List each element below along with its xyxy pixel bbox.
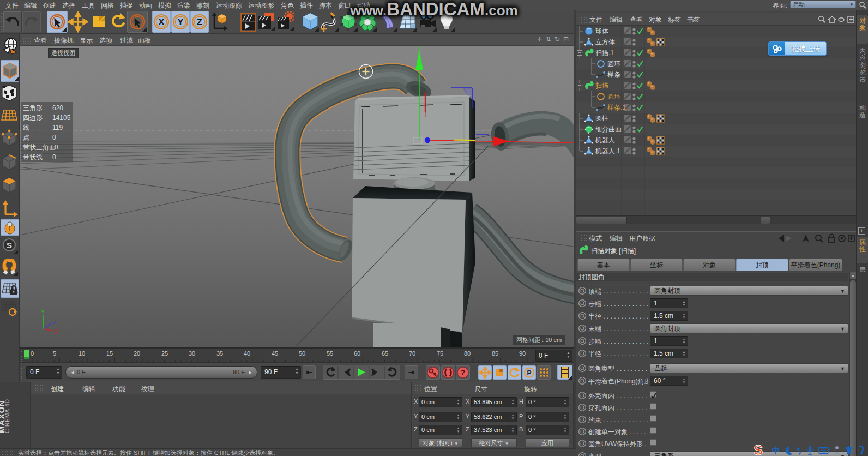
svg-text:细分曲面: 细分曲面 xyxy=(595,125,622,133)
svg-text:75: 75 xyxy=(437,350,443,357)
svg-text:25: 25 xyxy=(161,350,168,357)
svg-text:立方体: 立方体 xyxy=(595,38,615,46)
svg-text:20: 20 xyxy=(134,350,140,357)
svg-text:Z: Z xyxy=(52,320,56,326)
svg-text:样条.1: 样条.1 xyxy=(607,104,626,111)
svg-text:P: P xyxy=(527,369,531,377)
svg-text:球体: 球体 xyxy=(595,27,608,35)
svg-text:扫描: 扫描 xyxy=(595,82,608,89)
svg-text:机器人: 机器人 xyxy=(595,136,615,144)
svg-text:60: 60 xyxy=(354,350,360,357)
svg-text:30: 30 xyxy=(189,350,195,357)
svg-text:扫描.1: 扫描.1 xyxy=(595,49,614,57)
svg-text:5: 5 xyxy=(53,350,56,357)
svg-text:?: ? xyxy=(461,368,466,377)
svg-text:圆环: 圆环 xyxy=(607,60,620,68)
svg-text:55: 55 xyxy=(327,350,333,357)
svg-text:80: 80 xyxy=(464,350,471,357)
svg-text:样条: 样条 xyxy=(607,71,620,79)
svg-text:X: X xyxy=(55,328,59,335)
svg-text:中: 中 xyxy=(772,446,780,455)
svg-text:圆环: 圆环 xyxy=(607,93,620,100)
svg-text:70: 70 xyxy=(409,350,415,357)
svg-text:X: X xyxy=(158,17,165,27)
svg-text:S: S xyxy=(754,445,763,456)
svg-text:圆柱: 圆柱 xyxy=(595,115,608,122)
svg-text:机器人.1: 机器人.1 xyxy=(595,147,620,155)
svg-text:50: 50 xyxy=(299,350,305,357)
svg-text:Y: Y xyxy=(41,309,45,315)
svg-text:Y: Y xyxy=(177,17,184,27)
svg-text:15: 15 xyxy=(106,350,113,357)
svg-text:Z: Z xyxy=(197,17,202,27)
svg-text:10: 10 xyxy=(79,350,85,357)
svg-text:0: 0 xyxy=(31,350,34,357)
svg-text:40: 40 xyxy=(244,350,250,357)
svg-text:45: 45 xyxy=(272,350,278,357)
svg-text:65: 65 xyxy=(382,350,388,357)
svg-text:85: 85 xyxy=(492,350,498,357)
svg-text:35: 35 xyxy=(216,350,223,357)
svg-text:S: S xyxy=(7,241,12,250)
svg-text:90: 90 xyxy=(519,350,526,357)
